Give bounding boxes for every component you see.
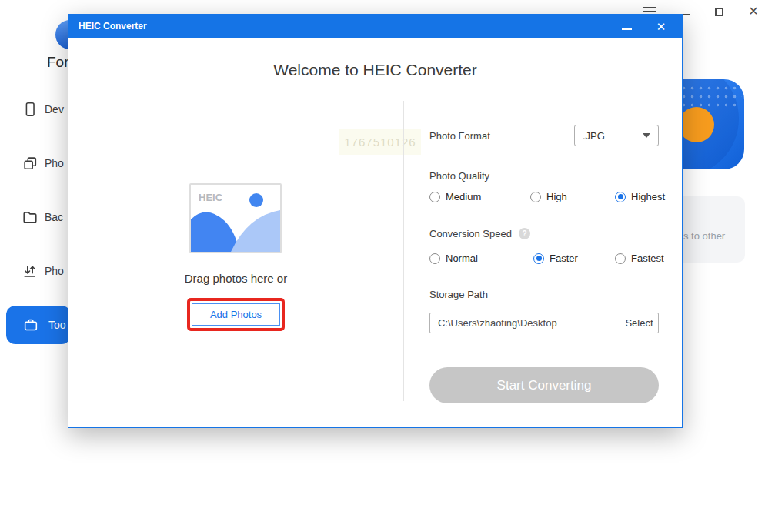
dialog-close-button[interactable]: ✕ [654, 19, 668, 33]
storage-path-field: C:\Users\zhaoting\Desktop Select [429, 313, 659, 333]
feature-card-text: s to other [683, 230, 725, 242]
add-photos-button[interactable]: Add Photos [192, 303, 280, 326]
sidebar-item-photos[interactable]: Pho [22, 155, 38, 172]
sidebar-item-device[interactable]: Dev [22, 101, 38, 118]
radio-normal[interactable]: Normal [429, 253, 478, 264]
help-icon[interactable]: ? [519, 228, 530, 239]
start-converting-button[interactable]: Start Converting [429, 367, 659, 403]
photos-icon [22, 155, 38, 172]
app-logo-text: For [47, 54, 69, 71]
phone-icon [22, 101, 38, 118]
sidebar-item-label: Dev [45, 103, 64, 115]
window-close-button[interactable]: ✕ [747, 5, 760, 18]
sidebar-item-transfer[interactable]: Pho [22, 263, 38, 279]
sidebar-item-label: Too [48, 319, 66, 331]
dialog-titlebar[interactable]: HEIC Converter ✕ [68, 15, 682, 38]
conversion-speed-radio-group: Normal Faster Fastest [429, 253, 668, 265]
orange-circle-decoration [679, 107, 714, 142]
photo-quality-radio-group: Medium High Highest [429, 191, 668, 203]
conversion-speed-label-row: Conversion Speed ? [429, 228, 530, 239]
radio-high[interactable]: High [530, 191, 567, 202]
radio-icon [615, 192, 626, 202]
chevron-down-icon [643, 133, 650, 138]
heic-converter-dialog: HEIC Converter ✕ Welcome to HEIC Convert… [68, 14, 683, 428]
radio-fastest[interactable]: Fastest [615, 253, 664, 264]
photo-format-row: Photo Format .JPG [429, 125, 659, 146]
dialog-title: HEIC Converter [79, 21, 147, 32]
sidebar-item-toolbox-selected[interactable]: Too [6, 306, 71, 344]
dialog-heading: Welcome to HEIC Converter [68, 61, 682, 79]
radio-highest[interactable]: Highest [615, 191, 665, 202]
minimize-icon [622, 28, 632, 30]
radio-icon [530, 192, 541, 202]
photo-quality-label: Photo Quality [429, 170, 489, 182]
maximize-icon [715, 8, 723, 16]
heic-thumbnail: HEIC [189, 183, 282, 253]
close-icon: ✕ [656, 21, 666, 32]
photo-format-dropdown[interactable]: .JPG [574, 125, 659, 146]
watermark: 1767510126 [339, 129, 421, 155]
conversion-speed-label: Conversion Speed [429, 228, 512, 239]
photo-format-label: Photo Format [429, 130, 490, 142]
dialog-titlebar-controls: ✕ [620, 19, 672, 33]
radio-faster[interactable]: Faster [533, 253, 578, 264]
toolbox-icon [22, 316, 39, 333]
radio-medium[interactable]: Medium [429, 191, 481, 202]
storage-path-input[interactable]: C:\Users\zhaoting\Desktop [430, 313, 620, 333]
sidebar-item-label: Pho [45, 157, 64, 169]
sidebar-item-label: Bac [45, 211, 63, 223]
radio-icon [429, 192, 440, 202]
sidebar-item-label: Pho [45, 265, 64, 277]
radio-icon [615, 253, 626, 264]
heic-label: HEIC [199, 192, 223, 203]
close-icon: ✕ [748, 5, 758, 18]
sidebar-item-backup[interactable]: Bac [22, 209, 38, 226]
folder-icon [22, 209, 38, 226]
drag-photos-text: Drag photos here or [68, 272, 403, 285]
select-path-button[interactable]: Select [620, 313, 658, 333]
radio-icon [429, 253, 440, 264]
dialog-minimize-button[interactable] [620, 19, 633, 33]
window-maximize-button[interactable] [712, 5, 726, 18]
transfer-icon [22, 263, 38, 279]
photo-format-value: .JPG [583, 130, 605, 142]
storage-path-label: Storage Path [429, 289, 488, 300]
radio-icon [533, 253, 544, 264]
panel-divider [403, 101, 404, 401]
heic-placeholder-image: HEIC [191, 185, 280, 252]
